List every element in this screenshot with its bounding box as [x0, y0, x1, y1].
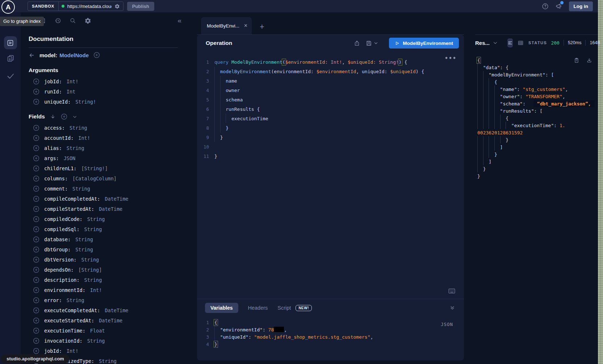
- field-row[interactable]: comment:String: [29, 184, 178, 194]
- add-to-operation-icon[interactable]: [33, 125, 39, 131]
- download-response-icon[interactable]: [586, 57, 592, 63]
- editor-menu-icon[interactable]: •••: [445, 55, 457, 62]
- field-row[interactable]: compiledCode:String: [29, 214, 178, 224]
- field-row[interactable]: error:String: [29, 295, 178, 305]
- breadcrumb-type-link[interactable]: ModelNode: [59, 52, 89, 58]
- explorer-nav-active[interactable]: [4, 36, 17, 49]
- add-to-operation-icon[interactable]: [33, 196, 39, 202]
- add-to-operation-icon[interactable]: [33, 307, 39, 314]
- chevron-down-icon[interactable]: [72, 114, 77, 119]
- explorer-settings-gear-icon[interactable]: [84, 17, 91, 24]
- operation-tab[interactable]: ModelByEnvi... ×: [201, 17, 252, 34]
- add-to-operation-icon[interactable]: [93, 52, 100, 58]
- add-to-operation-icon[interactable]: [33, 317, 39, 324]
- login-button[interactable]: Log in: [569, 1, 593, 11]
- add-to-operation-icon[interactable]: [33, 267, 39, 273]
- field-row[interactable]: description:String: [29, 275, 178, 285]
- apollo-logo[interactable]: A: [1, 0, 15, 14]
- response-time: 520ms: [568, 40, 582, 45]
- tab-close-icon[interactable]: ×: [244, 22, 247, 29]
- field-row[interactable]: childrenL1:[String!]: [29, 163, 178, 173]
- add-to-operation-icon[interactable]: [33, 338, 39, 344]
- run-operation-button[interactable]: ModelByEnvironment: [389, 38, 459, 49]
- tab-variables[interactable]: Variables: [205, 303, 238, 313]
- doc-breadcrumb: model: ModelNode: [29, 52, 178, 58]
- history-icon[interactable]: [55, 17, 61, 24]
- field-row[interactable]: args:JSON: [29, 153, 178, 163]
- add-to-operation-icon[interactable]: [33, 165, 39, 172]
- operation-editor[interactable]: ••• 1query ModelByEnvironment($environme…: [197, 51, 464, 299]
- add-to-operation-icon[interactable]: [33, 155, 39, 162]
- table-view-button[interactable]: [518, 40, 524, 46]
- field-row[interactable]: environmentId:Int!: [29, 285, 178, 295]
- add-to-operation-icon[interactable]: [33, 236, 39, 243]
- line-number: 5: [197, 97, 214, 102]
- field-row[interactable]: compileStartedAt:DateTime: [29, 204, 178, 214]
- add-to-operation-icon[interactable]: [33, 185, 39, 192]
- add-to-operation-icon[interactable]: [33, 78, 39, 85]
- field-row[interactable]: executeStartedAt:DateTime: [29, 315, 178, 326]
- tab-headers[interactable]: Headers: [248, 305, 268, 311]
- back-arrow-icon[interactable]: [29, 52, 35, 58]
- help-icon[interactable]: [542, 3, 549, 10]
- line-number: 1: [197, 320, 214, 325]
- field-row[interactable]: runId:Int: [29, 87, 178, 97]
- add-to-operation-icon[interactable]: [33, 145, 39, 151]
- field-row[interactable]: invocationId:String: [29, 336, 178, 346]
- field-row[interactable]: executionTime:Float: [29, 326, 178, 336]
- field-row[interactable]: access:String: [29, 123, 178, 133]
- copy-response-icon[interactable]: [574, 57, 579, 63]
- field-row[interactable]: accountId:Int!: [29, 133, 178, 143]
- add-to-operation-icon[interactable]: [33, 246, 39, 253]
- schema-nav-icon[interactable]: [7, 54, 14, 62]
- add-to-operation-icon[interactable]: [33, 88, 39, 95]
- field-type: String: [75, 237, 93, 242]
- add-to-operation-icon[interactable]: [33, 175, 39, 182]
- variables-editor[interactable]: JSON 1{2"environmentId": 78,3"uniqueId":…: [197, 314, 464, 360]
- raw-view-button[interactable]: [507, 38, 513, 47]
- share-icon[interactable]: [354, 40, 360, 46]
- add-to-operation-icon[interactable]: [33, 226, 39, 233]
- add-to-operation-icon[interactable]: [33, 297, 39, 304]
- endpoint-url-input[interactable]: https://metadata.cloud.get: [67, 4, 112, 9]
- add-to-operation-icon[interactable]: [33, 216, 39, 222]
- search-icon[interactable]: [70, 17, 76, 24]
- response-title-dropdown[interactable]: Res...: [475, 40, 498, 46]
- checks-nav-icon[interactable]: [6, 72, 15, 80]
- field-row[interactable]: dbtVersion:String: [29, 255, 178, 265]
- add-to-operation-icon[interactable]: [33, 327, 39, 334]
- new-tab-icon[interactable]: +: [260, 23, 264, 31]
- connection-status-dot: [62, 5, 64, 8]
- field-type: DateTime: [99, 318, 122, 323]
- response-body[interactable]: {"data": {"modelByEnvironment": [{"name"…: [475, 51, 598, 364]
- sort-down-icon[interactable]: [50, 114, 56, 120]
- collapse-variables-icon[interactable]: [449, 305, 455, 311]
- field-row[interactable]: executeCompletedAt:DateTime: [29, 305, 178, 315]
- field-row[interactable]: dbtGroup:String: [29, 244, 178, 255]
- add-to-operation-icon[interactable]: [33, 135, 39, 141]
- tab-script[interactable]: Script: [277, 305, 291, 311]
- field-row[interactable]: alias:String: [29, 143, 178, 153]
- add-to-operation-icon[interactable]: [33, 99, 39, 105]
- save-chevron-icon[interactable]: [374, 41, 378, 45]
- add-to-operation-icon[interactable]: [33, 348, 39, 354]
- endpoint-url-cell[interactable]: https://metadata.cloud.get: [59, 2, 123, 11]
- keyboard-shortcuts-icon[interactable]: [448, 288, 455, 294]
- endpoint-settings-gear-icon[interactable]: [114, 4, 120, 9]
- field-row[interactable]: dependsOn:[String]: [29, 265, 178, 275]
- collapse-panel-icon[interactable]: «: [177, 17, 181, 25]
- field-row[interactable]: columns:[CatalogColumn]: [29, 173, 178, 184]
- add-to-operation-icon[interactable]: [33, 287, 39, 293]
- field-row[interactable]: jobId:Int!: [29, 76, 178, 87]
- save-icon[interactable]: [366, 40, 372, 46]
- add-to-operation-icon[interactable]: [33, 256, 39, 263]
- add-to-operation-icon[interactable]: [61, 113, 67, 120]
- code-line: 0023620128631592: [477, 129, 598, 136]
- field-row[interactable]: compileCompletedAt:DateTime: [29, 194, 178, 204]
- add-to-operation-icon[interactable]: [33, 206, 39, 212]
- publish-button[interactable]: Publish: [127, 2, 154, 11]
- field-row[interactable]: database:String: [29, 234, 178, 244]
- field-row[interactable]: uniqueId:String!: [29, 97, 178, 107]
- field-row[interactable]: compiledSql:String: [29, 224, 178, 234]
- add-to-operation-icon[interactable]: [33, 277, 39, 283]
